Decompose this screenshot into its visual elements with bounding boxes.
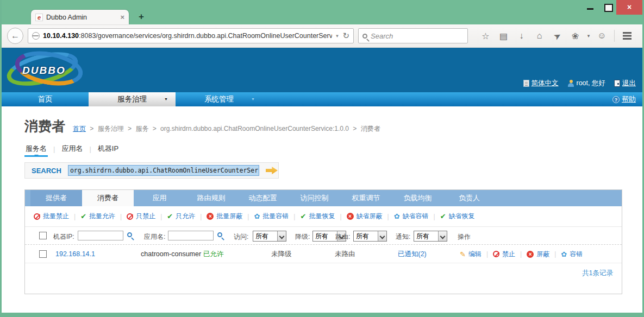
- tab-service-name[interactable]: 服务名: [26, 144, 47, 157]
- back-button[interactable]: ←: [7, 28, 23, 44]
- tolerant-icon: ✿: [561, 250, 567, 258]
- chevron-down-icon: ▼: [251, 92, 255, 106]
- dubbo-favicon-icon: e: [35, 14, 43, 21]
- app-name-input[interactable]: [168, 231, 214, 240]
- browser-tab[interactable]: e Dubbo Admin ×: [31, 10, 129, 24]
- browser-window: e Dubbo Admin × + × ← 10.10.4.130:8083/g…: [0, 0, 644, 317]
- addon-dropdown-icon[interactable]: ▾: [584, 33, 593, 39]
- tab-owners[interactable]: 负责人: [443, 190, 495, 206]
- url-text: 10.10.4.130:8083/governance/services/org…: [43, 32, 332, 40]
- nav-item-system[interactable]: 系统管理▼: [176, 92, 262, 106]
- addon-icon[interactable]: ❀: [566, 31, 584, 41]
- bookmarks-menu-icon[interactable]: ▤: [495, 31, 512, 41]
- minimize-button[interactable]: [582, 0, 599, 15]
- consumer-ip-link[interactable]: 192.168.14.1: [55, 245, 95, 263]
- dubbo-logo[interactable]: DUBBO: [5, 50, 89, 89]
- tolerant-icon: ✿: [394, 212, 400, 220]
- tab-weights[interactable]: 权重调节: [340, 190, 392, 206]
- breadcrumb-services: 服务: [135, 125, 148, 132]
- service-search-panel: SEARCH org.shirdrn.dubbo.api.ChatRoomOnl…: [24, 162, 279, 179]
- record-count: 共1条记录: [582, 269, 613, 278]
- tab-consumers[interactable]: 消费者: [82, 190, 134, 206]
- maximize-button[interactable]: [599, 0, 616, 15]
- browser-search-box[interactable]: [358, 28, 468, 43]
- logout-link[interactable]: 退出: [614, 79, 636, 88]
- new-tab-button[interactable]: +: [134, 10, 149, 23]
- action-separator: |: [74, 213, 76, 220]
- route-select[interactable]: 所有: [353, 231, 387, 242]
- downloads-icon[interactable]: ↓: [512, 31, 530, 41]
- notify-select[interactable]: 所有: [414, 231, 447, 242]
- page-content: 消费者 首页 > 服务治理 > 服务 > org.shirdrn.dubbo.a…: [2, 106, 642, 313]
- operations-column-label: 操作: [458, 232, 471, 242]
- tab-applications[interactable]: 应用: [134, 190, 185, 206]
- select-arrow-icon: [438, 231, 447, 241]
- notify-status-link[interactable]: 已通知(2): [398, 245, 427, 263]
- action-default-recover[interactable]: ✔缺省恢复: [440, 212, 475, 221]
- tab-accesses[interactable]: 访问控制: [289, 190, 340, 206]
- op-edit[interactable]: ✎编辑: [460, 250, 482, 259]
- notify-select-value: 所有: [414, 231, 438, 241]
- access-select[interactable]: 所有: [253, 231, 286, 242]
- forbid-icon: [493, 251, 499, 257]
- action-batch-tolerant[interactable]: ✿批量容错: [254, 212, 289, 221]
- breadcrumb-separator: >: [90, 125, 93, 132]
- select-arrow-icon: [378, 231, 386, 241]
- share-icon[interactable]: ➤: [547, 27, 567, 45]
- search-go-arrow-button[interactable]: [266, 166, 278, 175]
- search-label: SEARCH: [32, 167, 61, 175]
- action-only-forbid[interactable]: 只禁止: [127, 212, 155, 221]
- ip-search-icon[interactable]: [127, 232, 132, 237]
- app-search-icon[interactable]: [217, 232, 222, 237]
- check-icon: ✔: [300, 212, 306, 220]
- breadcrumb-home[interactable]: 首页: [73, 125, 86, 132]
- action-separator: |: [247, 213, 249, 220]
- action-default-tolerant[interactable]: ✿缺省容错: [394, 212, 429, 221]
- row-checkbox[interactable]: [39, 250, 47, 258]
- consumer-app-name: chatroom-consumer: [141, 245, 201, 263]
- op-tolerant[interactable]: ✿容错: [561, 250, 583, 259]
- nav-item-home[interactable]: 首页: [2, 92, 89, 106]
- op-label: 编辑: [468, 250, 482, 259]
- tab-app-name[interactable]: 应用名: [61, 144, 83, 157]
- breadcrumb-separator: >: [153, 125, 157, 132]
- browser-search-input[interactable]: [371, 32, 464, 40]
- reload-icon[interactable]: ↻: [342, 31, 349, 41]
- machine-ip-input[interactable]: [78, 231, 123, 240]
- action-batch-shield[interactable]: ×批量屏蔽: [207, 212, 242, 221]
- url-bar[interactable]: 10.10.4.130:8083/governance/services/org…: [28, 28, 354, 43]
- action-label: 批量允许: [89, 212, 115, 221]
- op-separator: |: [486, 250, 488, 258]
- service-search-input[interactable]: org.shirdrn.dubbo.api.ChatRoomOnlineUser…: [68, 165, 259, 176]
- tab-machine-ip[interactable]: 机器IP: [98, 144, 118, 157]
- close-button[interactable]: ×: [616, 0, 642, 15]
- language-link[interactable]: 简体中文: [523, 79, 559, 88]
- tab-providers[interactable]: 提供者: [30, 190, 82, 206]
- bookmark-star-icon[interactable]: ☆: [477, 31, 495, 41]
- action-batch-recover[interactable]: ✔批量恢复: [300, 212, 335, 221]
- help-link[interactable]: ? 帮助: [612, 92, 636, 106]
- action-only-allow[interactable]: ✔只允许: [167, 212, 195, 221]
- batch-actions-bar: 批量禁止 | ✔批量允许 | 只禁止 | ✔只允许 | ×批量屏蔽 | ✿批量容…: [25, 206, 622, 226]
- chevron-down-icon: ▼: [164, 92, 168, 106]
- action-default-shield[interactable]: ×缺省屏蔽: [347, 212, 383, 221]
- tab-routes[interactable]: 路由规则: [185, 190, 237, 206]
- app-header: DUBBO 简体中文 root, 您好 退出: [2, 48, 642, 92]
- subtab-separator: |: [53, 145, 55, 156]
- user-greeting[interactable]: root, 您好: [567, 79, 606, 88]
- tab-loadbalances[interactable]: 负载均衡: [392, 190, 443, 206]
- action-separator: |: [120, 213, 122, 220]
- nav-item-governance[interactable]: 服务治理▼: [89, 92, 176, 106]
- url-dropdown-icon[interactable]: ▼: [335, 34, 340, 39]
- feedback-smiley-icon[interactable]: ☺: [593, 31, 611, 41]
- op-forbid[interactable]: 禁止: [493, 250, 515, 259]
- home-icon[interactable]: ⌂: [530, 31, 548, 41]
- action-batch-allow[interactable]: ✔批量允许: [80, 212, 115, 221]
- tab-close-icon[interactable]: ×: [120, 13, 124, 21]
- select-all-checkbox[interactable]: [39, 232, 47, 239]
- tab-overrides[interactable]: 动态配置: [237, 190, 289, 206]
- menu-hamburger-icon[interactable]: [618, 30, 636, 41]
- op-shield[interactable]: ×屏蔽: [527, 250, 549, 259]
- action-batch-forbid[interactable]: 批量禁止: [34, 212, 69, 221]
- logo-text: DUBBO: [22, 65, 66, 77]
